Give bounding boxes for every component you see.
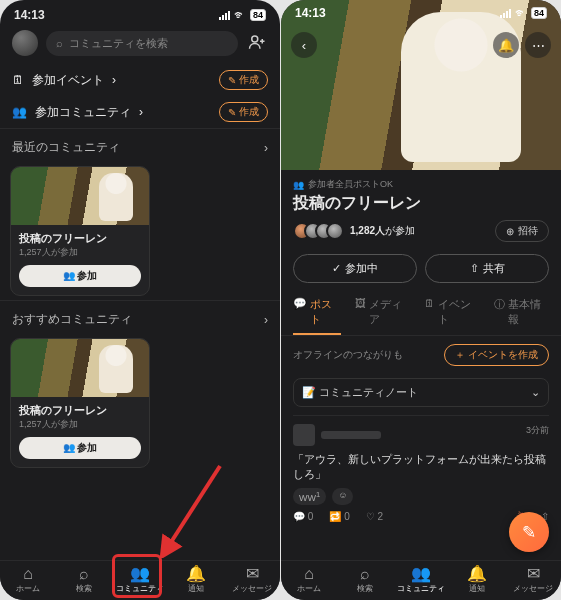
communities-row[interactable]: 👥 参加コミュニティ › ✎ 作成 (0, 96, 280, 128)
create-community-label: 作成 (239, 105, 259, 119)
notification-button[interactable]: 🔔 (493, 32, 519, 58)
offline-hint: オフラインのつながりも (293, 348, 403, 362)
more-button[interactable]: ⋯ (525, 32, 551, 58)
events-row[interactable]: 🗓 参加イベント › ✎ 作成 (0, 64, 280, 96)
member-avatars (293, 222, 344, 240)
repost-button[interactable]: 🔁 0 (329, 511, 349, 522)
info-icon: ⓘ (494, 297, 505, 329)
tab-event[interactable]: 🗓イベント (424, 297, 479, 335)
create-event-button[interactable]: ✎ 作成 (219, 70, 268, 90)
comment-icon: 💬 (293, 511, 305, 522)
tab-media[interactable]: 🖼メディア (355, 297, 410, 335)
tab-info-label: 基本情報 (508, 297, 549, 329)
community-note[interactable]: 📝 コミュニティノート ⌄ (293, 378, 549, 407)
nav-notice[interactable]: 🔔通知 (171, 565, 221, 594)
group-icon: 👥 (293, 180, 304, 190)
bell-icon: 🔔 (498, 38, 514, 53)
invite-label: 招待 (518, 224, 538, 238)
recent-header[interactable]: 最近のコミュニティ › (0, 128, 280, 162)
calendar-icon: 🗓 (12, 73, 24, 87)
battery-icon: 84 (250, 9, 266, 21)
bottom-nav: ⌂ホーム ⌕検索 👥コミュニティ 🔔通知 ✉メッセージ (0, 560, 280, 600)
chevron-right-icon: › (264, 141, 268, 155)
nav-community-label: コミュニティ (116, 584, 164, 593)
nav-search[interactable]: ⌕検索 (59, 565, 109, 594)
pencil-icon: ✎ (228, 75, 236, 86)
nav-home-label: ホーム (297, 584, 321, 593)
pencil-icon: ✎ (228, 107, 236, 118)
permission-label: 👥 参加者全員ポストOK (293, 178, 549, 191)
card-thumbnail (11, 167, 149, 225)
chevron-left-icon: ‹ (302, 38, 306, 53)
permission-text: 参加者全員ポストOK (308, 178, 393, 191)
join-button[interactable]: 👥 参加 (19, 437, 141, 459)
screen-right: 14:13 ᯤ 84 ‹ 🔔 ⋯ 👥 参加者全員ポストOK 投稿のフリーレン 1… (281, 0, 561, 600)
post-author (321, 431, 381, 439)
pencil-icon: ✎ (522, 522, 536, 543)
status-time: 14:13 (295, 6, 326, 20)
back-button[interactable]: ‹ (291, 32, 317, 58)
nav-message[interactable]: ✉メッセージ (227, 565, 277, 594)
nav-search-label: 検索 (357, 584, 373, 593)
plus-icon: ＋ (455, 349, 465, 360)
recommend-header[interactable]: おすすめコミュニティ › (0, 300, 280, 334)
tab-post[interactable]: 💬ポスト (293, 297, 341, 335)
share-button[interactable]: ⇧ 共有 (425, 254, 549, 283)
card-title: 投稿のフリーレン (19, 231, 141, 246)
create-event-button[interactable]: ＋ イベントを作成 (444, 344, 549, 366)
chat-icon: 💬 (293, 297, 307, 327)
nav-home[interactable]: ⌂ホーム (3, 565, 53, 594)
card-subtitle: 1,257人が参加 (19, 418, 141, 431)
bell-icon: 🔔 (452, 565, 502, 583)
note-label: コミュニティノート (319, 386, 418, 398)
nav-notice[interactable]: 🔔通知 (452, 565, 502, 594)
tab-info[interactable]: ⓘ基本情報 (494, 297, 549, 335)
group-icon: 👥 (12, 105, 27, 119)
comment-button[interactable]: 💬 0 (293, 511, 313, 522)
joined-button[interactable]: ✓ 参加中 (293, 254, 417, 283)
screen-left: 14:13 ᯤ 84 ⌕ コミュニティを検索 🗓 参加イベント › ✎ 作成 👥 (0, 0, 280, 600)
avatar[interactable] (12, 30, 38, 56)
add-reaction-button[interactable]: ☺ (332, 488, 353, 505)
nav-notice-label: 通知 (188, 584, 204, 593)
chevron-right-icon: › (264, 313, 268, 327)
nav-community[interactable]: 👥コミュニティ (396, 565, 446, 594)
chevron-right-icon: › (112, 73, 116, 87)
post-avatar[interactable] (293, 424, 315, 446)
nav-message[interactable]: ✉メッセージ (508, 565, 558, 594)
community-card[interactable]: NEW 投稿のフリーレン 1,257人が参加 👥 参加 (10, 166, 150, 296)
signal-icon (219, 11, 230, 20)
chevron-down-icon: ⌄ (531, 386, 540, 399)
add-person-icon[interactable] (246, 33, 268, 54)
join-button[interactable]: 👥 参加 (19, 265, 141, 287)
search-icon: ⌕ (56, 37, 63, 49)
signal-icon (500, 9, 511, 18)
calendar-icon: 🗓 (424, 297, 435, 329)
nav-search[interactable]: ⌕検索 (340, 565, 390, 594)
compose-fab[interactable]: ✎ (509, 512, 549, 552)
community-card[interactable]: NEW 投稿のフリーレン 1,257人が参加 👥 参加 (10, 338, 150, 468)
repost-icon: 🔁 (329, 511, 341, 522)
nav-home[interactable]: ⌂ホーム (284, 565, 334, 594)
events-label: 参加イベント (32, 72, 104, 89)
members-info[interactable]: 1,282人が参加 (293, 222, 415, 240)
image-icon: 🖼 (355, 297, 366, 329)
like-button[interactable]: ♡ 2 (366, 511, 383, 522)
create-event-label: イベントを作成 (468, 349, 538, 360)
check-icon: ✓ (332, 262, 341, 275)
post-item[interactable]: 3分前 「アウラ、新しいプラットフォームが出来たら投稿しろ」 WW1 ☺ 💬 0… (293, 415, 549, 522)
nav-community[interactable]: 👥コミュニティ (115, 565, 165, 594)
create-community-button[interactable]: ✎ 作成 (219, 102, 268, 122)
invite-button[interactable]: ⊕ 招待 (495, 220, 549, 242)
tab-post-label: ポスト (310, 297, 341, 327)
status-bar: 14:13 ᯤ 84 (281, 0, 561, 22)
status-time: 14:13 (14, 8, 45, 22)
group-icon: 👥 (63, 442, 75, 453)
svg-line-1 (166, 466, 220, 550)
page-title: 投稿のフリーレン (293, 193, 549, 214)
create-event-label: 作成 (239, 73, 259, 87)
reaction-chip[interactable]: WW1 (293, 488, 326, 505)
group-icon: 👥 (63, 270, 75, 281)
search-icon: ⌕ (59, 565, 109, 583)
search-input[interactable]: ⌕ コミュニティを検索 (46, 31, 238, 56)
